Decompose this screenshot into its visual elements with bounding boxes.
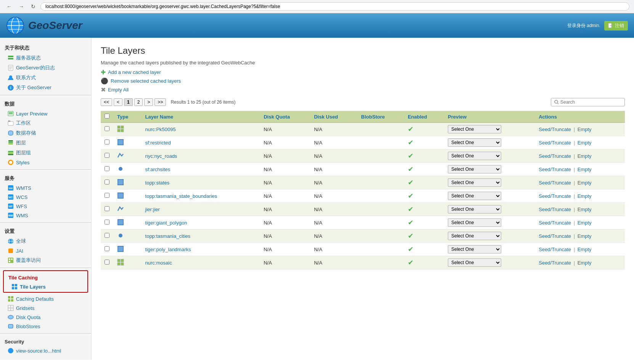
remove-layers-link[interactable]: Remove selected cached layers [111,78,181,84]
page-2-button[interactable]: 2 [134,98,143,106]
sidebar-item-server-status[interactable]: 服务器状态 [0,53,91,63]
sidebar-item-jai[interactable]: JAI [0,246,91,255]
preview-select[interactable]: Select One [448,205,501,213]
layer-name-link[interactable]: nurc:Pk50095 [145,127,176,132]
sidebar-item-log[interactable]: GeoServer的日志 [0,63,91,73]
url-bar[interactable] [40,2,629,11]
row-checkbox[interactable] [105,220,109,224]
seed-truncate-link[interactable]: Seed/Truncate [539,127,571,132]
sidebar-item-gridsets[interactable]: Gridsets [0,303,91,313]
seed-truncate-link[interactable]: Seed/Truncate [539,140,571,146]
empty-link[interactable]: Empty [578,260,592,266]
layer-name-link[interactable]: nurc:mosaic [145,260,172,266]
sidebar-item-disk-quota[interactable]: Disk Quota [0,313,91,322]
prev-page-button[interactable]: < [114,98,122,106]
sidebar-item-wcs[interactable]: WC WCS [0,192,91,202]
forward-button[interactable]: → [17,3,26,10]
empty-link[interactable]: Empty [578,220,592,226]
page-1-button[interactable]: 1 [124,98,133,106]
empty-link[interactable]: Empty [578,167,592,172]
preview-select[interactable]: Select One [448,232,501,240]
row-checkbox[interactable] [105,153,109,158]
seed-truncate-link[interactable]: Seed/Truncate [539,193,571,199]
sidebar-item-security[interactable]: view-source:lo...html [0,346,91,355]
row-checkbox[interactable] [105,180,109,184]
sidebar-divider-5 [0,333,91,334]
add-layer-link[interactable]: Add a new cached layer [108,69,161,75]
remove-layers-action[interactable]: ⚫ Remove selected cached layers [101,77,625,85]
empty-link[interactable]: Empty [578,247,592,252]
seed-truncate-link[interactable]: Seed/Truncate [539,153,571,159]
sidebar-item-wfs[interactable]: WF WFS [0,202,91,211]
seed-truncate-link[interactable]: Seed/Truncate [539,220,571,226]
empty-link[interactable]: Empty [578,180,592,186]
row-layer-name-cell: jier:jier [142,203,260,216]
seed-truncate-link[interactable]: Seed/Truncate [539,233,571,239]
sidebar-item-workspace[interactable]: 工作区 [0,118,91,128]
layer-name-link[interactable]: tiger:poly_landmarks [145,247,191,252]
seed-truncate-link[interactable]: Seed/Truncate [539,180,571,186]
empty-link[interactable]: Empty [578,193,592,199]
empty-link[interactable]: Empty [578,127,592,132]
preview-select[interactable]: Select One [448,258,501,267]
empty-link[interactable]: Empty [578,207,592,212]
row-disk-quota-cell: N/A [260,229,310,243]
logout-button[interactable]: 注销 [604,21,628,30]
sidebar-item-layergroup[interactable]: 图层组 [0,148,91,158]
layer-name-link[interactable]: jier:jier [145,207,160,212]
sidebar-item-contact[interactable]: 联系方式 [0,73,91,83]
row-checkbox[interactable] [105,206,109,211]
layer-name-link[interactable]: sf:restricted [145,140,171,146]
row-checkbox[interactable] [105,166,109,171]
sidebar-item-coverage[interactable]: 覆盖率访问 [0,255,91,265]
row-checkbox[interactable] [105,126,109,131]
layer-name-link[interactable]: tiger:giant_polygon [145,220,187,226]
seed-truncate-link[interactable]: Seed/Truncate [539,247,571,252]
layer-name-link[interactable]: topp:tasmania_cities [145,233,191,239]
sidebar-item-global[interactable]: 全球 [0,236,91,246]
sidebar-item-wms[interactable]: WM WMS [0,211,91,220]
row-checkbox[interactable] [105,193,109,198]
preview-select[interactable]: Select One [448,178,501,187]
next-page-button[interactable]: > [144,98,153,106]
preview-select[interactable]: Select One [448,125,501,133]
sidebar-item-datastore[interactable]: 数据存储 [0,128,91,138]
row-checkbox[interactable] [105,233,109,238]
first-page-button[interactable]: << [101,98,112,106]
layer-name-link[interactable]: topp:states [145,180,170,186]
sidebar-item-blobstores[interactable]: BlobStores [0,322,91,331]
row-checkbox[interactable] [105,140,109,144]
empty-all-link[interactable]: Empty All [108,87,129,93]
sidebar-item-layers[interactable]: 图层 [0,138,91,148]
row-checkbox[interactable] [105,246,109,251]
sidebar-item-styles[interactable]: Styles [0,158,91,167]
preview-select[interactable]: Select One [448,152,501,160]
sidebar-item-caching-defaults[interactable]: Caching Defaults [0,294,91,303]
preview-select[interactable]: Select One [448,218,501,227]
add-layer-action[interactable]: ✚ Add a new cached layer [101,69,625,76]
last-page-button[interactable]: >> [154,98,166,106]
layer-name-link[interactable]: nyc:nyc_roads [145,153,177,159]
refresh-button[interactable]: ↻ [29,3,37,10]
preview-select[interactable]: Select One [448,165,501,173]
row-checkbox[interactable] [105,260,109,265]
seed-truncate-link[interactable]: Seed/Truncate [539,260,571,266]
sidebar-item-about[interactable]: i 关于 GeoServer [0,83,91,93]
preview-select[interactable]: Select One [448,192,501,200]
empty-link[interactable]: Empty [578,153,592,159]
preview-select[interactable]: Select One [448,245,501,253]
empty-link[interactable]: Empty [578,140,592,146]
sidebar-item-tile-layers[interactable]: Tile Layers [4,282,87,291]
sidebar-item-wmts[interactable]: WM WMTS [0,183,91,192]
select-all-checkbox[interactable] [105,114,109,119]
layer-name-link[interactable]: topp:tasmania_state_boundaries [145,193,217,199]
sidebar-item-layer-preview[interactable]: Layer Preview [0,109,91,118]
back-button[interactable]: ← [5,3,14,10]
seed-truncate-link[interactable]: Seed/Truncate [539,167,571,172]
search-input[interactable] [560,99,621,105]
layer-name-link[interactable]: sf:archsites [145,167,171,172]
preview-select[interactable]: Select One [448,138,501,147]
empty-link[interactable]: Empty [578,233,592,239]
empty-all-action[interactable]: ✖ Empty All [101,86,625,93]
seed-truncate-link[interactable]: Seed/Truncate [539,207,571,212]
